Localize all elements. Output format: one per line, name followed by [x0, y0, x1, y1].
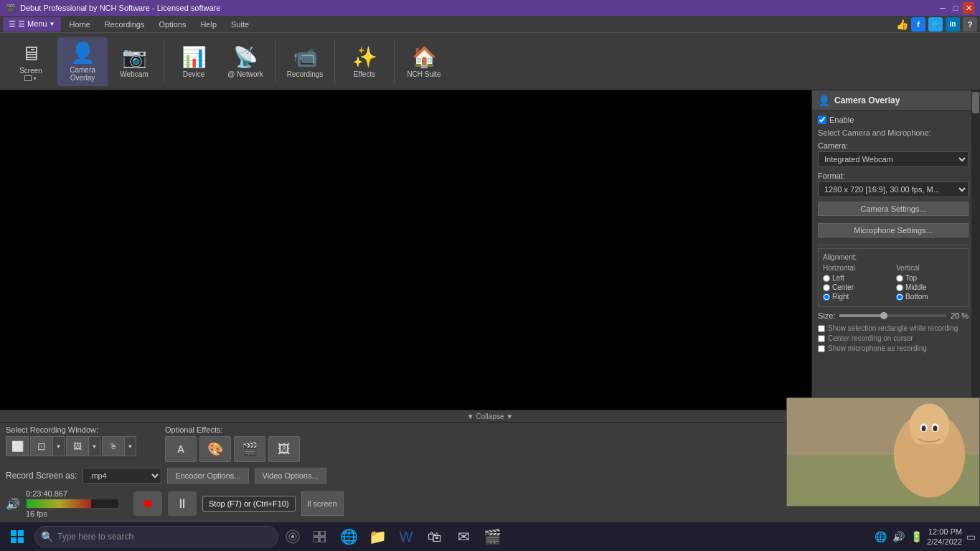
- close-button[interactable]: ✕: [963, 2, 974, 14]
- size-slider-thumb[interactable]: [880, 312, 887, 319]
- linkedin-icon[interactable]: in: [946, 17, 960, 32]
- app-window-btn[interactable]: 🖼: [66, 436, 89, 456]
- bottom-radio[interactable]: [896, 293, 903, 301]
- menu-item-recordings[interactable]: Recordings: [99, 17, 151, 32]
- clock[interactable]: 12:00 PM 2/24/2022: [927, 527, 962, 547]
- alignment-section: Alignment: Horizontal Left Center: [818, 248, 969, 307]
- collapse-label: ▼ Collapse ▼: [467, 413, 513, 420]
- right-label[interactable]: Right: [832, 293, 849, 301]
- left-label[interactable]: Left: [832, 274, 844, 282]
- toolbar-recordings[interactable]: 📹 Recordings: [280, 37, 330, 86]
- right-radio[interactable]: [823, 293, 830, 301]
- size-value: 20 %: [951, 311, 969, 320]
- panel-scrollbar-thumb[interactable]: [972, 92, 979, 113]
- top-radio[interactable]: [896, 275, 903, 282]
- fullscreen-button[interactable]: ll screen: [301, 491, 344, 516]
- toolbar-nch-suite[interactable]: 🏠 NCH Suite: [399, 37, 449, 86]
- center-recording-checkbox[interactable]: [818, 335, 825, 342]
- svg-rect-10: [18, 530, 24, 536]
- network-sys-icon[interactable]: 🌐: [873, 529, 888, 544]
- toolbar-screen[interactable]: 🖥 Screen ▼: [6, 37, 56, 86]
- around-cursor-btn[interactable]: 🖱: [102, 436, 125, 456]
- region-window-dropdown[interactable]: ▼: [53, 436, 65, 456]
- camera-settings-button[interactable]: Camera Settings...: [818, 202, 969, 216]
- record-button[interactable]: ⏺: [133, 491, 162, 516]
- task-view-icon[interactable]: [307, 523, 333, 550]
- volume-icon[interactable]: 🔊: [6, 497, 20, 511]
- center-recording-label[interactable]: Center recording on cursor: [828, 334, 913, 342]
- minimize-button[interactable]: ─: [937, 2, 948, 14]
- size-slider[interactable]: [839, 314, 946, 317]
- menu-item-options[interactable]: Options: [153, 17, 192, 32]
- center-radio[interactable]: [823, 284, 830, 291]
- left-radio[interactable]: [823, 275, 830, 282]
- bottom-label[interactable]: Bottom: [905, 293, 928, 301]
- volume-sys-icon[interactable]: 🔊: [891, 529, 906, 544]
- menu-item-help[interactable]: Help: [194, 17, 222, 32]
- show-selection-checkbox[interactable]: [818, 325, 825, 332]
- middle-label[interactable]: Middle: [905, 283, 926, 291]
- show-desktop-icon[interactable]: ▭: [965, 529, 977, 544]
- microphone-settings-button[interactable]: Microphone Settings...: [818, 223, 969, 237]
- effects-icon: ✨: [352, 45, 377, 69]
- size-label: Size:: [818, 311, 835, 320]
- menu-item-home[interactable]: Home: [64, 17, 96, 32]
- cortana-button[interactable]: [281, 525, 304, 548]
- pause-icon: ⏸: [176, 496, 189, 512]
- start-button[interactable]: [3, 523, 32, 550]
- app-title: Debut Professional by NCH Software - Lic…: [20, 4, 220, 12]
- transition-effect-btn[interactable]: 🎬: [234, 436, 265, 462]
- toolbar-camera-overlay[interactable]: 👤 Camera Overlay: [57, 37, 108, 86]
- taskbar-debut-icon[interactable]: 🎬: [479, 523, 505, 550]
- thumbsup-icon[interactable]: 👍: [896, 19, 908, 30]
- camera-label: Camera:: [818, 141, 969, 150]
- pause-button[interactable]: ⏸: [168, 491, 197, 516]
- search-bar[interactable]: 🔍 Type here to search: [34, 526, 278, 547]
- facebook-icon[interactable]: f: [911, 17, 925, 32]
- battery-sys-icon[interactable]: 🔋: [909, 529, 924, 544]
- taskbar-explorer-icon[interactable]: 📁: [364, 523, 390, 550]
- screen-label: Screen: [19, 67, 42, 75]
- format-select[interactable]: 1280 x 720 [16:9], 30.00 fps, M...: [818, 182, 969, 197]
- maximize-button[interactable]: □: [950, 2, 961, 14]
- menu-item-suite[interactable]: Suite: [225, 17, 255, 32]
- camera-select[interactable]: Integrated Webcam: [818, 151, 969, 167]
- menu-dropdown-button[interactable]: ☰ ☰ Menu ▼: [3, 17, 61, 32]
- optional-effects-section: Optional Effects: A 🎨 🎬 🖼: [165, 425, 300, 462]
- help-icon[interactable]: ?: [963, 17, 977, 32]
- toolbar-effects[interactable]: ✨ Effects: [339, 37, 390, 86]
- region-window-btn[interactable]: ⊡: [30, 436, 53, 456]
- format-label: Format:: [818, 171, 969, 180]
- show-microphone-label[interactable]: Show microphone as recording: [828, 344, 927, 352]
- record-format-select[interactable]: .mp4: [83, 468, 161, 484]
- enable-checkbox[interactable]: [818, 116, 826, 124]
- toolbar-device[interactable]: 📊 Device: [169, 37, 219, 86]
- image-effect-btn[interactable]: 🖼: [268, 436, 300, 462]
- twitter-icon[interactable]: 🐦: [928, 17, 943, 32]
- encoder-options-button[interactable]: Encoder Options...: [167, 468, 248, 484]
- toolbar-network[interactable]: 📡 @ Network: [220, 37, 270, 86]
- top-label[interactable]: Top: [905, 274, 917, 282]
- taskbar-mail-icon[interactable]: ✉: [451, 523, 476, 550]
- microphone-settings-row: Microphone Settings...: [818, 223, 969, 240]
- color-effect-btn[interactable]: 🎨: [199, 436, 231, 462]
- panel-camera-overlay-icon: 👤: [818, 95, 830, 106]
- video-options-button[interactable]: Video Options...: [255, 468, 326, 484]
- taskbar-chrome-icon[interactable]: 🌐: [336, 523, 362, 550]
- right-panel-header: 👤 Camera Overlay: [812, 90, 980, 111]
- text-effect-btn[interactable]: A: [165, 436, 197, 462]
- enable-label[interactable]: Enable: [829, 116, 854, 124]
- fullscreen-window-btn[interactable]: ⬜: [6, 436, 29, 456]
- taskbar-word-icon[interactable]: W: [393, 523, 419, 550]
- panel-scrollbar[interactable]: [971, 90, 980, 410]
- toolbar-webcam[interactable]: 📷 Webcam: [109, 37, 159, 86]
- show-selection-label[interactable]: Show selection rectangle while recording: [828, 324, 958, 332]
- show-microphone-checkbox[interactable]: [818, 345, 825, 352]
- taskbar-store-icon[interactable]: 🛍: [422, 523, 448, 550]
- app-window-dropdown[interactable]: ▼: [89, 436, 100, 456]
- middle-radio[interactable]: [896, 284, 903, 291]
- alignment-title: Alignment:: [823, 253, 963, 261]
- around-cursor-dropdown[interactable]: ▼: [125, 436, 136, 456]
- center-label[interactable]: Center: [832, 283, 854, 291]
- title-bar-controls[interactable]: ─ □ ✕: [937, 2, 974, 14]
